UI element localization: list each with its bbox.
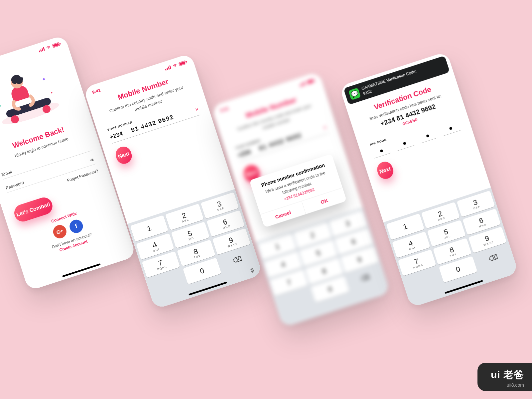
password-label: Password [5,180,25,191]
google-login-button[interactable]: G+ [52,223,68,240]
messages-app-icon: 💬 [348,88,361,100]
login-button[interactable]: Let's Combat! [12,195,55,224]
next-button[interactable]: Next [114,145,134,166]
watermark: ui 老爸 uii8.com [477,363,532,391]
svg-point-7 [0,105,1,107]
mic-icon[interactable]: 🎙 [249,267,257,276]
watermark-url: uii8.com [491,382,524,388]
email-label: Email [1,169,13,177]
signal-icon [165,65,172,70]
home-indicator [62,263,101,277]
wifi-icon [172,63,178,69]
clear-icon[interactable]: × [195,106,199,113]
eye-icon[interactable]: 👁 [89,157,95,163]
country-code[interactable]: +234 [109,129,128,141]
watermark-brand: ui 老爸 [491,368,524,382]
svg-point-8 [51,92,53,93]
facebook-login-button[interactable]: f [68,218,84,234]
battery-icon [179,61,187,66]
svg-point-6 [43,78,45,80]
status-time: 9:41 [91,87,101,95]
next-button[interactable]: Next [375,160,395,181]
